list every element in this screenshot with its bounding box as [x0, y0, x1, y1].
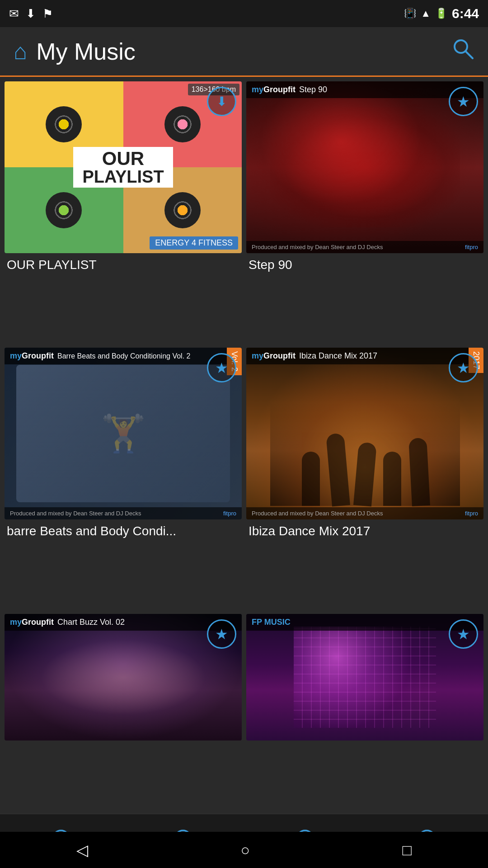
fp-music-logo: FP MUSIC — [252, 618, 291, 627]
star-button-step90[interactable]: ★ — [449, 87, 478, 116]
time-display: 6:44 — [452, 6, 479, 21]
star-button-fp-music[interactable]: ★ — [449, 619, 478, 649]
ibiza-groupfit-header: myGroupfit Ibiza Dance Mix 2017 — [246, 348, 483, 364]
album-card-ibiza[interactable]: myGroupfit Ibiza Dance Mix 2017 Produced… — [246, 348, 483, 609]
star-button-ibiza[interactable]: ★ — [449, 353, 478, 382]
album-card-step90[interactable]: myGroupfit Step 90 Produced and mixed by… — [246, 81, 483, 343]
barre-groupfit-header: myGroupfit Barre Beats and Body Conditio… — [5, 348, 242, 364]
ibiza-fitpro-logo: fitpro — [465, 510, 478, 517]
album-label-step90: Step 90 — [246, 253, 483, 274]
star-button-chart-buzz[interactable]: ★ — [207, 619, 236, 649]
disco-art-bg — [246, 614, 483, 741]
step90-credits: Produced and mixed by Dean Steer and DJ … — [252, 244, 383, 250]
step90-fitpro-logo: fitpro — [465, 244, 478, 250]
album-grid: OUR PLAYLIST 136>160 bpm ENERGY 4 FITNES… — [0, 77, 488, 814]
album-card-our-playlist[interactable]: OUR PLAYLIST 136>160 bpm ENERGY 4 FITNES… — [5, 81, 242, 343]
ibiza-album-name: Ibiza Dance Mix 2017 — [299, 351, 377, 361]
status-bar: ✉ ⬇ ⚑ 📳 ▲ 🔋 6:44 — [0, 0, 488, 27]
star-icon-barre: ★ — [215, 359, 228, 377]
android-nav-bar: ◁ ○ □ — [0, 832, 488, 868]
barre-credits: Produced and mixed by Dean Steer and DJ … — [10, 510, 141, 517]
chart-buzz-album-name: Chart Buzz Vol. 02 — [57, 618, 125, 627]
vinyl-disc-3 — [46, 192, 82, 228]
vinyl-cell-3 — [5, 167, 123, 253]
album-art-step90: myGroupfit Step 90 Produced and mixed by… — [246, 81, 483, 253]
step90-fitpro-footer: Produced and mixed by Dean Steer and DJ … — [246, 241, 483, 253]
energy-badge: ENERGY 4 FITNESS — [150, 236, 238, 250]
home-icon[interactable]: ⌂ — [14, 38, 27, 65]
album-art-ibiza: myGroupfit Ibiza Dance Mix 2017 Produced… — [246, 348, 483, 519]
recents-button[interactable]: □ — [403, 841, 412, 859]
barre-fitpro-footer: Produced and mixed by Dean Steer and DJ … — [5, 507, 242, 519]
barre-album-name: Barre Beats and Body Conditioning Vol. 2 — [57, 352, 190, 360]
vinyl-cell-1 — [5, 81, 123, 167]
home-button[interactable]: ○ — [240, 841, 250, 859]
download-icon: ⬇ — [26, 7, 36, 21]
album-art-chart-buzz: myGroupfit Chart Buzz Vol. 02 ★ — [5, 614, 242, 741]
star-icon-ibiza: ★ — [457, 359, 470, 377]
star-icon-chart-buzz: ★ — [215, 626, 228, 643]
step90-groupfit-header: myGroupfit Step 90 — [246, 81, 483, 98]
groupfit-logo-chart-buzz: myGroupfit — [10, 618, 54, 627]
svg-line-1 — [466, 52, 473, 58]
star-icon-fp-music: ★ — [457, 626, 470, 643]
star-button-barre[interactable]: ★ — [207, 353, 236, 382]
album-card-fp-music[interactable]: FP MUSIC ★ — [246, 614, 483, 809]
download-star-button-playlist[interactable]: ⬇ — [207, 87, 236, 116]
header: ⌂ My Music — [0, 27, 488, 77]
groupfit-logo-ibiza: myGroupfit — [252, 351, 296, 361]
search-icon[interactable] — [452, 38, 474, 66]
vibrate-icon: 📳 — [404, 8, 416, 19]
vinyl-disc-2 — [164, 106, 201, 142]
ibiza-art-bg — [246, 348, 483, 519]
vinyl-disc-1 — [46, 106, 82, 142]
ibiza-credits: Produced and mixed by Dean Steer and DJ … — [252, 510, 383, 517]
back-button[interactable]: ◁ — [76, 841, 88, 859]
flag-icon: ⚑ — [42, 7, 53, 21]
status-bar-right: 📳 ▲ 🔋 6:44 — [404, 6, 479, 21]
vinyl-disc-4 — [164, 192, 201, 228]
album-card-barre[interactable]: 🏋 myGroupfit Barre Beats and Body Condit… — [5, 348, 242, 609]
chart-buzz-art-bg — [5, 614, 242, 741]
step90-album-name: Step 90 — [299, 85, 327, 94]
page-title: My Music — [36, 38, 136, 65]
album-label-ibiza: Ibiza Dance Mix 2017 — [246, 519, 483, 541]
battery-icon: 🔋 — [435, 8, 447, 19]
disco-grid — [294, 627, 436, 728]
barre-art-bg: 🏋 — [5, 348, 242, 519]
email-icon: ✉ — [9, 7, 19, 21]
status-bar-left: ✉ ⬇ ⚑ — [9, 7, 53, 21]
album-label-our-playlist: OUR PLAYLIST — [5, 253, 242, 274]
groupfit-logo-barre: myGroupfit — [10, 351, 54, 361]
chart-buzz-groupfit-header: myGroupfit Chart Buzz Vol. 02 — [5, 614, 242, 631]
fp-music-header: FP MUSIC — [246, 614, 483, 631]
star-icon-step90: ★ — [457, 93, 470, 110]
download-arrow-icon: ⬇ — [216, 94, 227, 109]
album-art-our-playlist: OUR PLAYLIST 136>160 bpm ENERGY 4 FITNES… — [5, 81, 242, 253]
step90-art-bg — [246, 81, 483, 253]
album-label-barre: barre Beats and Body Condi... — [5, 519, 242, 541]
barre-exercise-icon: 🏋 — [101, 412, 146, 455]
barre-fitpro-logo: fitpro — [223, 510, 236, 517]
header-left: ⌂ My Music — [14, 38, 136, 65]
groupfit-logo-step90: myGroupfit — [252, 85, 296, 94]
album-art-barre: 🏋 myGroupfit Barre Beats and Body Condit… — [5, 348, 242, 519]
album-art-fp-music: FP MUSIC ★ — [246, 614, 483, 741]
wifi-icon: ▲ — [421, 8, 431, 19]
album-card-chart-buzz[interactable]: myGroupfit Chart Buzz Vol. 02 ★ — [5, 614, 242, 809]
ibiza-fitpro-footer: Produced and mixed by Dean Steer and DJ … — [246, 507, 483, 519]
